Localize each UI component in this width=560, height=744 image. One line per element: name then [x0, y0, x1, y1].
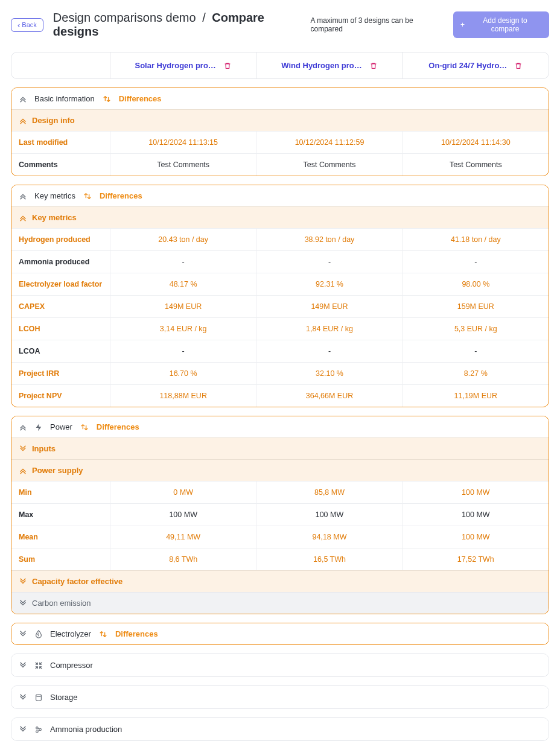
section-header-electrolyzer[interactable]: Electrolyzer Differences — [11, 623, 549, 644]
cell-value: Test Comments — [110, 154, 256, 176]
subsection-title: Key metrics — [32, 213, 77, 222]
row-last-modified: Last modified 10/12/2024 11:13:15 10/12/… — [11, 131, 549, 153]
row-label: LCOA — [11, 340, 110, 362]
section-title: Basic information — [34, 94, 95, 103]
row-label: Ammonia produced — [11, 251, 110, 273]
trash-icon[interactable] — [369, 62, 378, 70]
section-header-ammonia[interactable]: Ammonia production — [11, 718, 549, 740]
row-label: Project NPV — [11, 385, 110, 407]
electrolyzer-icon — [34, 630, 43, 638]
design-column-1: Solar Hydrogen pro… — [110, 52, 256, 78]
cell-value: 48.17 % — [110, 273, 256, 295]
design-column-2: Wind Hydrogen pro… — [256, 52, 402, 78]
cell-value: 98.00 % — [402, 273, 549, 295]
subsection-carbon-emission[interactable]: Carbon emission — [11, 592, 549, 614]
cell-value: 49,11 MW — [110, 526, 256, 548]
row-power-sum: Sum 8,6 TWh 16,5 TWh 17,52 TWh — [11, 548, 549, 570]
cell-value: 85,8 MW — [256, 482, 402, 503]
row-power-mean: Mean 49,11 MW 94,18 MW 100 MW — [11, 526, 549, 548]
cell-value: 16.70 % — [110, 363, 256, 384]
trash-icon[interactable] — [514, 62, 523, 70]
cell-value: 10/12/2024 11:12:59 — [256, 132, 402, 153]
max-designs-note: A maximum of 3 designs can be compared — [310, 16, 445, 33]
subsection-title: Inputs — [32, 444, 56, 453]
row-label: Hydrogen produced — [11, 229, 110, 250]
row-label: Last modified — [11, 132, 110, 153]
trash-icon[interactable] — [223, 62, 232, 70]
row-ammonia-produced: Ammonia produced - - - — [11, 250, 549, 273]
cell-value: 100 MW — [256, 504, 402, 526]
row-lcoh: LCOH 3,14 EUR / kg 1,84 EUR / kg 5,3 EUR… — [11, 317, 549, 340]
cell-value: 149M EUR — [256, 296, 402, 317]
collapse-down-icon — [19, 725, 27, 734]
section-title: Electrolyzer — [50, 629, 91, 638]
section-header-compressor[interactable]: Compressor — [11, 654, 549, 676]
subsection-key-metrics[interactable]: Key metrics — [11, 206, 549, 228]
section-header-storage[interactable]: Storage — [11, 686, 549, 708]
cell-value: 149M EUR — [110, 296, 256, 317]
molecule-icon — [34, 725, 43, 734]
subsection-design-info[interactable]: Design info — [11, 109, 549, 131]
collapse-up-icon — [19, 116, 27, 125]
add-design-button[interactable]: Add design to compare — [453, 11, 549, 38]
row-lcoa: LCOA - - - — [11, 340, 549, 362]
cell-value: 3,14 EUR / kg — [110, 318, 256, 340]
cell-value: 1,84 EUR / kg — [256, 318, 402, 340]
row-label: Min — [11, 482, 110, 503]
subsection-inputs[interactable]: Inputs — [11, 437, 549, 459]
cell-value: 364,66M EUR — [256, 385, 402, 407]
cell-value: 100 MW — [110, 504, 256, 526]
section-title: Compressor — [50, 661, 93, 670]
differences-sort-icon[interactable] — [80, 423, 89, 431]
cell-value: 32.10 % — [256, 363, 402, 384]
breadcrumb-separator: / — [202, 11, 206, 24]
section-header-key[interactable]: Key metrics Differences — [11, 185, 549, 206]
storage-icon — [34, 693, 43, 702]
section-storage: Storage — [11, 685, 549, 709]
cell-value: 16,5 TWh — [256, 548, 402, 570]
subsection-capacity-factor[interactable]: Capacity factor effective — [11, 570, 549, 592]
differences-sort-icon[interactable] — [83, 192, 92, 200]
design-name-2[interactable]: Wind Hydrogen pro… — [281, 61, 362, 70]
collapse-down-icon — [19, 693, 27, 702]
cell-value: 11,19M EUR — [402, 385, 549, 407]
row-hydrogen-produced: Hydrogen produced 20.43 ton / day 38.92 … — [11, 228, 549, 250]
differences-sort-icon[interactable] — [102, 95, 112, 103]
row-label: Max — [11, 504, 110, 526]
cell-value: 17,52 TWh — [402, 548, 549, 570]
design-columns-header: Solar Hydrogen pro… Wind Hydrogen pro… O… — [11, 52, 549, 79]
row-project-npv: Project NPV 118,88M EUR 364,66M EUR 11,1… — [11, 384, 549, 407]
subsection-title: Carbon emission — [32, 599, 91, 608]
cell-value: Test Comments — [402, 154, 549, 176]
design-name-3[interactable]: On-grid 24/7 Hydro… — [428, 61, 507, 70]
header-left: Back Design comparisons demo / Compare d… — [11, 11, 310, 39]
row-power-max: Max 100 MW 100 MW 100 MW — [11, 503, 549, 526]
cell-value: Test Comments — [256, 154, 402, 176]
collapse-down-icon — [19, 630, 27, 638]
collapse-down-icon — [19, 661, 27, 670]
row-label: Electrolyzer load factor — [11, 273, 110, 295]
subsection-title: Power supply — [32, 466, 83, 475]
section-title: Key metrics — [34, 191, 75, 200]
collapse-up-icon — [19, 192, 27, 200]
cell-value: 100 MW — [402, 526, 549, 548]
breadcrumb-parent[interactable]: Design comparisons demo — [53, 11, 196, 24]
design-name-1[interactable]: Solar Hydrogen pro… — [135, 61, 215, 70]
row-label: Sum — [11, 548, 110, 570]
section-header-power[interactable]: Power Differences — [11, 416, 549, 437]
collapse-up-icon — [19, 214, 27, 222]
section-header-basic[interactable]: Basic information Differences — [11, 88, 549, 109]
back-button[interactable]: Back — [11, 18, 43, 32]
row-capex: CAPEX 149M EUR 149M EUR 159M EUR — [11, 295, 549, 317]
design-column-3: On-grid 24/7 Hydro… — [402, 52, 549, 78]
cell-value: 100 MW — [402, 482, 549, 503]
subsection-power-supply[interactable]: Power supply — [11, 459, 549, 481]
differences-label: Differences — [100, 191, 142, 200]
row-label: Comments — [11, 154, 110, 176]
cell-value: 100 MW — [402, 504, 549, 526]
differences-sort-icon[interactable] — [98, 630, 108, 638]
subsection-title: Capacity factor effective — [32, 577, 122, 586]
cell-value: 94,18 MW — [256, 526, 402, 548]
section-power: Power Differences Inputs Power supply Mi… — [11, 416, 549, 614]
cell-value: 118,88M EUR — [110, 385, 256, 407]
